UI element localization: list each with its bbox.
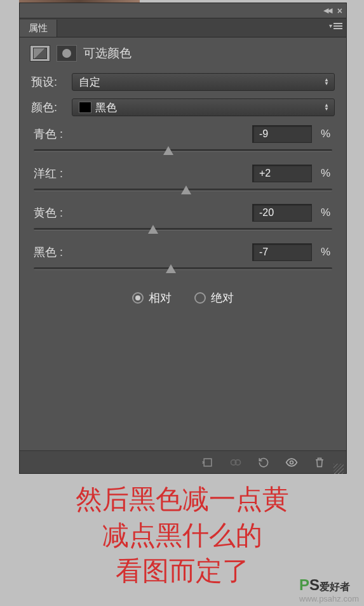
color-value: 黑色 (95, 100, 117, 115)
percent-label: % (321, 128, 332, 140)
tab-properties[interactable]: 属性 (20, 20, 57, 37)
percent-label: % (321, 206, 332, 219)
radio-icon (132, 292, 144, 304)
color-row: 颜色: 黑色 ▲▼ (31, 98, 335, 116)
watermark-url: www.psahz.com (299, 594, 359, 603)
panel-bottom-bar (20, 450, 346, 473)
slider-row: 青色 : % (31, 124, 335, 144)
annotation-text: 然后黑色减一点黄 减点黑什么的 看图而定了 (0, 481, 364, 589)
svg-point-3 (290, 461, 293, 464)
preset-label: 预设: (31, 74, 67, 90)
visibility-icon[interactable] (278, 451, 306, 474)
properties-panel: ◀◀ × 属性 ▾ 可选颜色 预设: 自定 ▲▼ 颜色: 黑色 ▲▼ (19, 3, 347, 474)
slider-label: 青色 : (34, 126, 78, 142)
radio-relative[interactable]: 相对 (132, 290, 172, 306)
slider-value-input[interactable] (252, 243, 312, 261)
mask-icon[interactable] (57, 45, 77, 62)
reset-icon[interactable] (250, 451, 278, 474)
selective-color-icon[interactable] (30, 45, 50, 62)
close-icon[interactable]: × (337, 6, 342, 16)
view-previous-icon[interactable] (222, 451, 250, 474)
slider-track[interactable] (31, 262, 335, 281)
annotation-line2: 减点黑什么的 (0, 518, 364, 554)
radio-absolute[interactable]: 绝对 (194, 290, 234, 306)
method-radio-group: 相对 绝对 (31, 290, 335, 306)
svg-rect-0 (204, 459, 212, 466)
color-swatch (79, 102, 91, 113)
slider-label: 洋红 : (34, 166, 78, 181)
adjustment-header: 可选颜色 (20, 37, 346, 69)
radio-absolute-label: 绝对 (211, 290, 234, 306)
preset-dropdown[interactable]: 自定 ▲▼ (72, 73, 335, 91)
radio-relative-label: 相对 (149, 290, 172, 306)
slider-value-input[interactable] (252, 204, 312, 222)
radio-icon (194, 292, 206, 304)
slider-value-input[interactable] (252, 125, 312, 143)
slider-thumb[interactable] (181, 185, 191, 194)
color-label: 颜色: (31, 100, 67, 115)
watermark-text: 爱好者 (320, 581, 350, 592)
slider-label: 黄色 : (34, 205, 78, 220)
panel-titlebar: ◀◀ × (20, 3, 346, 18)
percent-label: % (321, 167, 332, 180)
slider-thumb[interactable] (163, 146, 173, 155)
percent-label: % (321, 246, 332, 259)
slider-row: 洋红 : % (31, 163, 335, 184)
slider-value-input[interactable] (252, 165, 312, 182)
slider-track[interactable] (31, 184, 335, 203)
slider-track[interactable] (31, 223, 335, 242)
panel-content: 预设: 自定 ▲▼ 颜色: 黑色 ▲▼ 青色 : % (20, 69, 346, 306)
dropdown-arrows-icon: ▲▼ (324, 104, 329, 111)
slider-row: 黑色 : % (31, 242, 335, 262)
watermark: PS爱好者 www.psahz.com (299, 576, 359, 603)
slider-thumb[interactable] (148, 225, 158, 234)
preset-row: 预设: 自定 ▲▼ (31, 73, 335, 91)
collapse-icon[interactable]: ◀◀ (323, 6, 331, 15)
slider-thumb[interactable] (166, 264, 176, 273)
adjustment-title: 可选颜色 (83, 45, 131, 62)
annotation-line1: 然后黑色减一点黄 (0, 481, 364, 518)
panel-menu-icon[interactable]: ▾ (329, 22, 342, 29)
color-dropdown[interactable]: 黑色 ▲▼ (72, 98, 335, 116)
slider-label: 黑色 : (34, 245, 78, 260)
resize-grip[interactable] (334, 451, 344, 474)
preset-value: 自定 (79, 75, 100, 90)
dropdown-arrows-icon: ▲▼ (324, 78, 329, 86)
slider-row: 黄色 : % (31, 203, 335, 223)
clip-to-layer-icon[interactable] (194, 451, 222, 474)
slider-track[interactable] (31, 144, 335, 163)
tab-bar: 属性 ▾ (20, 18, 346, 37)
trash-icon[interactable] (306, 451, 334, 474)
